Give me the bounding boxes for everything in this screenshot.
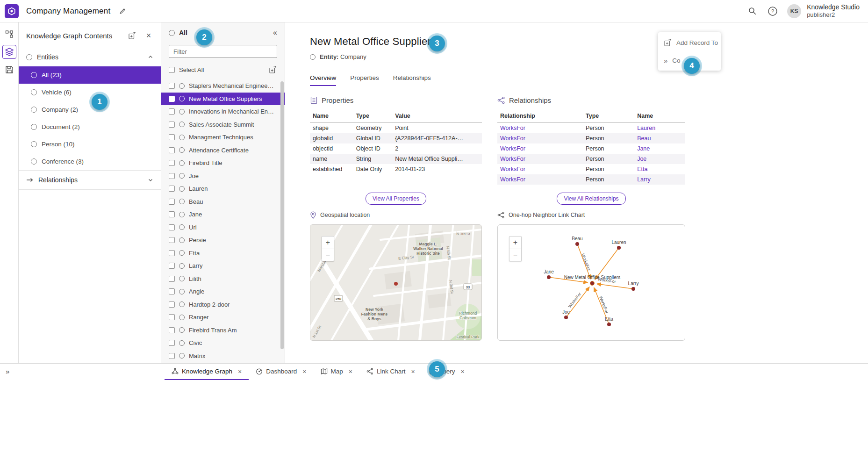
record-checkbox[interactable] <box>169 134 175 140</box>
close-panel-icon[interactable]: × <box>143 30 154 41</box>
view-tab-link-chart[interactable]: Link Chart× <box>359 364 422 380</box>
help-icon[interactable]: ? <box>765 3 781 19</box>
record-item[interactable]: Attendance Certificate <box>161 144 285 157</box>
record-checkbox[interactable] <box>169 340 175 346</box>
entity-filter-item[interactable]: Person (10) <box>19 136 161 153</box>
close-tab-icon[interactable]: × <box>302 368 306 375</box>
close-tab-icon[interactable]: × <box>411 368 415 375</box>
record-item[interactable]: Matrix <box>161 350 285 363</box>
record-checkbox[interactable] <box>169 276 175 282</box>
relationship-link[interactable]: WorksFor <box>497 154 583 164</box>
view-all-properties-button[interactable]: View All Properties <box>366 193 426 205</box>
person-link[interactable]: Joe <box>634 154 685 164</box>
record-item[interactable]: Firebird Trans Am <box>161 324 285 337</box>
entity-filter-item[interactable]: All (23) <box>19 66 161 84</box>
zoom-out-button[interactable]: − <box>509 249 521 261</box>
view-tab-knowledge-graph[interactable]: Knowledge Graph× <box>165 364 249 380</box>
record-checkbox[interactable] <box>169 211 175 217</box>
search-icon[interactable] <box>744 3 760 19</box>
person-link[interactable]: Etta <box>634 164 685 174</box>
person-link[interactable]: Lauren <box>634 123 685 134</box>
zoom-in-button[interactable]: + <box>509 237 521 249</box>
view-tab-map[interactable]: Map× <box>314 364 359 380</box>
entity-filter-item[interactable]: Document (2) <box>19 118 161 136</box>
filter-input[interactable] <box>169 45 277 58</box>
person-link[interactable]: Beau <box>634 133 685 143</box>
record-checkbox[interactable] <box>169 301 175 308</box>
record-checkbox[interactable] <box>169 108 175 115</box>
zoom-in-button[interactable]: + <box>322 237 334 249</box>
record-item[interactable]: Etta <box>161 247 285 260</box>
relationship-link[interactable]: WorksFor <box>497 174 583 185</box>
collapse-panel-icon[interactable]: « <box>273 29 277 36</box>
link-chart-canvas[interactable]: + − WorksForWorksForWorksForWorksForBeau… <box>497 224 685 341</box>
record-checkbox[interactable] <box>169 237 175 243</box>
record-checkbox[interactable] <box>169 122 175 128</box>
record-checkbox[interactable] <box>169 353 175 359</box>
record-item[interactable]: Sales Associate Summit <box>161 118 285 131</box>
map-canvas[interactable]: + − <box>310 224 482 341</box>
entity-filter-item[interactable]: Vehicle (6) <box>19 84 161 101</box>
app-logo-icon[interactable] <box>5 4 19 18</box>
record-item[interactable]: Lauren <box>161 182 285 195</box>
record-checkbox[interactable] <box>169 288 175 294</box>
close-tab-icon[interactable]: × <box>461 368 465 375</box>
scrollbar[interactable] <box>280 81 284 349</box>
record-item[interactable]: Uri <box>161 221 285 234</box>
record-item[interactable]: Larry <box>161 259 285 273</box>
add-record-icon[interactable] <box>126 30 137 41</box>
close-tab-icon[interactable]: × <box>349 368 352 375</box>
zoom-out-button[interactable]: − <box>322 249 334 261</box>
data-model-icon[interactable] <box>2 27 16 41</box>
entity-filter-item[interactable]: Conference (3) <box>19 153 161 170</box>
menu-item-add-record-to[interactable]: Add Record To <box>658 34 721 51</box>
close-tab-icon[interactable]: × <box>238 368 242 375</box>
expand-panel-icon[interactable]: » <box>6 368 9 375</box>
tab-properties[interactable]: Properties <box>350 74 379 86</box>
record-item[interactable]: Ranger <box>161 311 285 324</box>
record-checkbox[interactable] <box>169 250 175 256</box>
person-node[interactable] <box>617 246 621 250</box>
record-checkbox[interactable] <box>169 96 175 102</box>
record-item[interactable]: Hardtop 2-door <box>161 298 285 311</box>
person-node[interactable] <box>607 323 611 326</box>
tab-overview[interactable]: Overview <box>310 74 336 86</box>
relationship-link[interactable]: WorksFor <box>497 133 583 143</box>
record-item[interactable]: Beau <box>161 195 285 208</box>
record-checkbox[interactable] <box>169 314 175 320</box>
layers-icon[interactable] <box>2 45 16 59</box>
record-item[interactable]: Managment Techniques <box>161 131 285 144</box>
record-checkbox[interactable] <box>169 199 175 205</box>
record-item[interactable]: Angie <box>161 285 285 298</box>
record-item[interactable]: Civic <box>161 337 285 350</box>
tab-relationships[interactable]: Relationships <box>393 74 431 86</box>
person-node[interactable] <box>547 275 551 279</box>
record-item[interactable]: Joe <box>161 170 285 183</box>
center-node[interactable] <box>590 281 595 286</box>
record-item[interactable]: Jane <box>161 208 285 221</box>
relationship-link[interactable]: WorksFor <box>497 123 583 134</box>
record-checkbox[interactable] <box>169 160 175 166</box>
select-all-checkbox[interactable] <box>169 67 175 73</box>
edit-title-icon[interactable] <box>117 6 128 17</box>
record-item[interactable]: New Metal Office Suppliers <box>161 93 285 106</box>
relationship-link[interactable]: WorksFor <box>497 164 583 174</box>
save-icon[interactable] <box>2 63 16 77</box>
record-item[interactable]: Lilith <box>161 273 285 286</box>
person-link[interactable]: Jane <box>634 143 685 154</box>
add-record-icon[interactable] <box>267 64 278 75</box>
relationship-link[interactable]: WorksFor <box>497 143 583 154</box>
view-tab-dashboard[interactable]: Dashboard× <box>249 364 313 380</box>
avatar[interactable]: KS <box>787 4 801 18</box>
relationships-section-header[interactable]: Relationships <box>19 170 161 190</box>
record-item[interactable]: Innovations in Mechanical Engin… <box>161 105 285 118</box>
person-node[interactable] <box>575 242 579 246</box>
entities-section-header[interactable]: Entities <box>19 48 161 66</box>
entity-filter-item[interactable]: Company (2) <box>19 101 161 118</box>
record-checkbox[interactable] <box>169 147 175 153</box>
record-checkbox[interactable] <box>169 186 175 192</box>
record-checkbox[interactable] <box>169 173 175 179</box>
record-item[interactable]: Persie <box>161 234 285 247</box>
person-link[interactable]: Larry <box>634 174 685 185</box>
person-node[interactable] <box>564 316 568 319</box>
